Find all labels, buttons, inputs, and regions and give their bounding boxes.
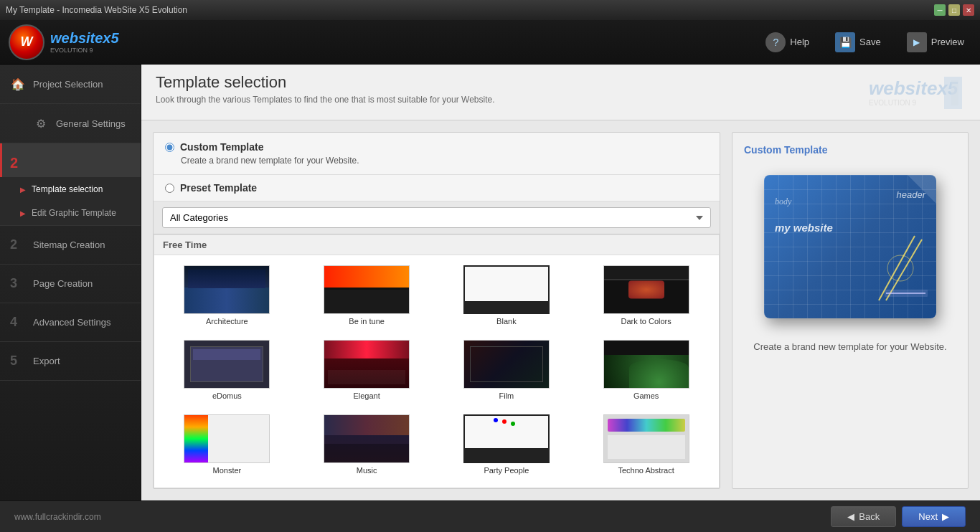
template-thumb-blank bbox=[463, 265, 550, 314]
main-layout: 🏠 Project Selection ⚙ General Settings 2… bbox=[0, 65, 980, 500]
sidebar-label-advanced: Advanced Settings bbox=[33, 317, 110, 328]
template-item-party[interactable]: Party People bbox=[440, 410, 574, 479]
svg-text:EVOLUTION 9: EVOLUTION 9 bbox=[869, 99, 917, 107]
sidebar-section-template: 2 ▶ Template selection ▶ Edit Graphic Te… bbox=[0, 143, 141, 226]
sidebar-item-template-section: 2 bbox=[0, 143, 141, 178]
back-button[interactable]: ◀ Back bbox=[831, 506, 896, 527]
title-bar-text: My Template - Incomedia WebSite X5 Evolu… bbox=[6, 5, 187, 15]
template-name-monster: Monster bbox=[213, 466, 242, 475]
footer: www.fullcrackindir.com ◀ Back Next ▶ bbox=[0, 500, 980, 532]
close-button[interactable]: ✕ bbox=[963, 4, 974, 16]
template-item-edomus[interactable]: eDomus bbox=[160, 336, 294, 404]
preview-button[interactable]: ▶ Preview bbox=[900, 29, 971, 55]
header-logo-svg: websitex5 EVOLUTION 9 bbox=[865, 73, 966, 113]
minimize-button[interactable]: ─ bbox=[934, 4, 946, 16]
sidebar-item-page-creation[interactable]: 3 Page Creation bbox=[0, 265, 141, 303]
sidebar-item-export[interactable]: 5 Export bbox=[0, 342, 141, 381]
save-icon: 💾 bbox=[835, 32, 855, 52]
compass-svg bbox=[864, 229, 936, 315]
title-bar-controls: ─ □ ✕ bbox=[934, 4, 974, 16]
template-item-techno[interactable]: Techno Abstract bbox=[579, 410, 713, 479]
footer-buttons: ◀ Back Next ▶ bbox=[831, 506, 966, 527]
template-name-music: Music bbox=[357, 466, 377, 475]
preview-desc: Create a brand new template for your Web… bbox=[753, 341, 946, 353]
template-thumb-games bbox=[603, 340, 689, 389]
template-item-monster[interactable]: Monster bbox=[160, 410, 294, 479]
settings-icon: ⚙ bbox=[33, 115, 49, 131]
template-thumb-music bbox=[324, 414, 410, 463]
template-item-film[interactable]: Film bbox=[440, 336, 574, 404]
category-bar: All Categories Free Time Business Portfo… bbox=[154, 201, 720, 234]
template-item-beatune[interactable]: Be in tune bbox=[300, 261, 434, 330]
footer-url: www.fullcrackindir.com bbox=[14, 512, 101, 522]
preview-title: Custom Template bbox=[744, 144, 827, 156]
preset-template-radio[interactable] bbox=[165, 184, 174, 193]
template-item-games[interactable]: Games bbox=[579, 336, 713, 404]
template-thumb-party bbox=[463, 414, 550, 463]
arrow-icon-edit: ▶ bbox=[20, 209, 26, 217]
template-item-dark[interactable]: Dark to Colors bbox=[579, 261, 713, 330]
back-label: Back bbox=[859, 511, 880, 522]
sidebar-label-general: General Settings bbox=[56, 118, 126, 129]
save-label: Save bbox=[859, 37, 881, 47]
template-name-architecture: Architecture bbox=[206, 317, 248, 326]
save-button[interactable]: 💾 Save bbox=[828, 29, 888, 55]
template-name-party: Party People bbox=[484, 466, 529, 475]
content-body: Custom Template Create a brand new templ… bbox=[141, 120, 980, 500]
sidebar-label-sitemap: Sitemap Creation bbox=[33, 239, 105, 250]
preview-image-area: body header my website bbox=[750, 164, 951, 329]
template-thumb-techno bbox=[603, 414, 689, 463]
custom-template-radio[interactable] bbox=[165, 143, 174, 152]
sidebar-num-sitemap: 2 bbox=[10, 237, 26, 252]
sidebar-label-page: Page Creation bbox=[33, 278, 93, 289]
custom-template-radio-row[interactable]: Custom Template bbox=[165, 141, 708, 153]
toolbar: W websitex5 EVOLUTION 9 ? Help 💾 Save ▶ … bbox=[0, 20, 980, 65]
sidebar-item-advanced[interactable]: 4 Advanced Settings bbox=[0, 303, 141, 342]
template-item-music[interactable]: Music bbox=[300, 410, 434, 479]
template-thumb-edomus bbox=[184, 340, 270, 389]
sidebar-item-general-settings[interactable]: ⚙ General Settings bbox=[0, 104, 141, 143]
blueprint-body-text: body bbox=[775, 196, 791, 207]
next-button[interactable]: Next ▶ bbox=[902, 506, 966, 527]
template-grid: Architecture Be in tune bbox=[154, 255, 719, 485]
template-grid-container[interactable]: Free Time Architecture bbox=[154, 234, 720, 488]
preview-label: Preview bbox=[931, 37, 964, 47]
next-arrow-icon: ▶ bbox=[942, 511, 949, 522]
sidebar-label-template: Template selection bbox=[32, 184, 103, 194]
logo-area: W websitex5 EVOLUTION 9 bbox=[9, 24, 119, 60]
category-header: Free Time bbox=[154, 235, 719, 255]
template-name-games: Games bbox=[633, 391, 659, 400]
logo-sub: EVOLUTION 9 bbox=[50, 47, 119, 54]
content-header: Template selection Look through the vari… bbox=[141, 65, 980, 120]
sidebar-item-sitemap[interactable]: 2 Sitemap Creation bbox=[0, 226, 141, 265]
header-left: Template selection Look through the vari… bbox=[156, 73, 495, 105]
preset-template-radio-row[interactable]: Preset Template bbox=[165, 182, 708, 194]
header-logo-area: websitex5 EVOLUTION 9 bbox=[865, 73, 966, 113]
title-bar: My Template - Incomedia WebSite X5 Evolu… bbox=[0, 0, 980, 20]
sidebar-item-project-selection[interactable]: 🏠 Project Selection bbox=[0, 65, 141, 104]
preset-template-section: Preset Template bbox=[154, 175, 720, 201]
preview-panel: Custom Template body header my website bbox=[732, 132, 969, 489]
category-select[interactable]: All Categories Free Time Business Portfo… bbox=[162, 207, 711, 228]
sidebar-subitem-edit-graphic[interactable]: ▶ Edit Graphic Template bbox=[0, 201, 141, 225]
template-item-blank[interactable]: Blank bbox=[440, 261, 574, 330]
sidebar-subitem-template-selection[interactable]: ▶ Template selection bbox=[0, 178, 141, 201]
custom-template-section: Custom Template Create a brand new templ… bbox=[154, 133, 720, 175]
blueprint-header-text: header bbox=[897, 189, 925, 200]
sidebar-num-adv: 4 bbox=[10, 315, 26, 330]
blueprint-mywebsite-text: my website bbox=[775, 222, 833, 234]
template-thumb-dark bbox=[603, 265, 689, 314]
template-thumb-film bbox=[463, 340, 550, 389]
svg-marker-3 bbox=[951, 80, 958, 105]
sidebar-num-page: 3 bbox=[10, 276, 26, 291]
home-icon: 🏠 bbox=[10, 76, 26, 92]
help-button[interactable]: ? Help bbox=[758, 29, 816, 55]
custom-template-label: Custom Template bbox=[180, 141, 263, 153]
maximize-button[interactable]: □ bbox=[948, 4, 960, 16]
logo-icon: W bbox=[9, 24, 44, 60]
template-name-beatune: Be in tune bbox=[349, 317, 385, 326]
content-area: Template selection Look through the vari… bbox=[141, 65, 980, 500]
sidebar-num-export: 5 bbox=[10, 353, 26, 369]
template-item-architecture[interactable]: Architecture bbox=[160, 261, 294, 330]
template-item-elegant[interactable]: Elegant bbox=[300, 336, 434, 404]
